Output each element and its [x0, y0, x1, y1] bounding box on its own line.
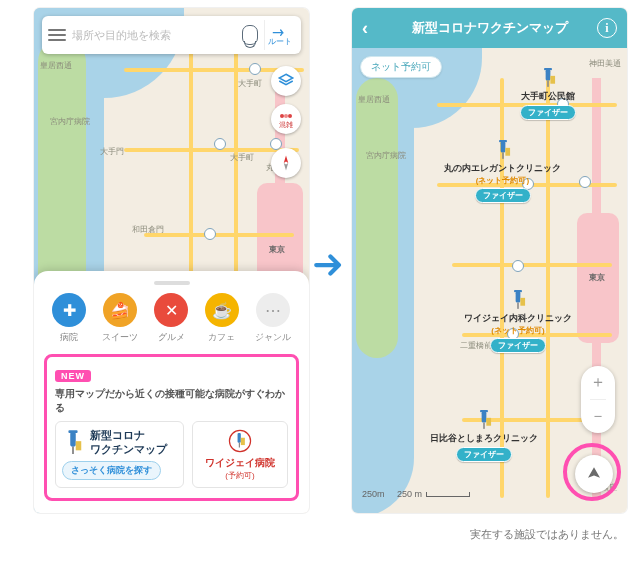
svg-point-0 [280, 114, 284, 118]
back-icon[interactable]: ‹ [362, 18, 368, 39]
sample-hospital-card[interactable]: ワイジェイ病院 (予約可) [192, 421, 288, 488]
transition-arrow-icon [312, 248, 346, 286]
category-sweets[interactable]: 🍰スイーツ [102, 293, 138, 344]
clinic-pin[interactable]: ワイジェイ内科クリニック (ネット予約可) ファイザー [464, 290, 572, 353]
map-label: 皇居西通 [358, 94, 390, 105]
svg-rect-11 [546, 70, 551, 81]
clinic-badge: ファイザー [475, 188, 531, 203]
filter-chip-net-reserve[interactable]: ネット予約可 [360, 56, 442, 78]
search-placeholder: 場所や目的地を検索 [72, 28, 236, 43]
clinic-name: 日比谷としまろクリニック [430, 432, 538, 445]
svg-rect-17 [502, 153, 504, 159]
disclaimer-text: 実在する施設ではありません。 [470, 527, 624, 542]
map-scale: 250m 250 m [362, 489, 470, 499]
bottom-sheet[interactable]: ✚病院 🍰スイーツ ✕グルメ ☕カフェ ⋯ジャンル NEW 専用マップだから近く… [34, 271, 309, 513]
right-phone: 皇居西通 宮内庁病院 神田美通 東京 二重橋前 銀座 大手町公民館 ファイザー … [352, 8, 627, 513]
clinic-badge: ファイザー [456, 447, 512, 462]
congestion-button[interactable]: 混雑 [271, 104, 301, 134]
layers-button[interactable] [271, 66, 301, 96]
sample-hospital-name: ワイジェイ病院 [205, 456, 275, 470]
promo-tag: NEW [55, 370, 91, 382]
zoom-control: ＋ － [581, 366, 615, 433]
clinic-sub: (ネット予約可) [491, 325, 544, 336]
themed-header: ‹ 新型コロナワクチンマップ i [352, 8, 627, 48]
map-canvas[interactable]: 皇居西通 宮内庁病院 神田美通 東京 二重橋前 銀座 大手町公民館 ファイザー … [352, 8, 627, 513]
svg-rect-9 [239, 443, 240, 448]
clinic-sub: (ネット予約可) [476, 175, 529, 186]
category-row: ✚病院 🍰スイーツ ✕グルメ ☕カフェ ⋯ジャンル [44, 293, 299, 344]
clinic-name: 丸の内エレガントクリニック [444, 162, 561, 175]
vaccine-map-card[interactable]: 新型コロナワクチンマップ さっそく病院を探す [55, 421, 184, 488]
map-label: 神田美通 [589, 58, 621, 69]
route-button[interactable]: ルート [264, 20, 295, 50]
svg-rect-18 [505, 148, 510, 156]
clinic-pin[interactable]: 大手町公民館 ファイザー [520, 68, 576, 120]
category-label: スイーツ [102, 331, 138, 344]
sheet-grabber[interactable] [154, 281, 190, 285]
svg-rect-25 [483, 423, 485, 429]
clinic-name: 大手町公民館 [521, 90, 575, 103]
map-label: 大手町 [230, 152, 254, 163]
svg-rect-16 [499, 140, 507, 142]
svg-rect-23 [482, 412, 487, 423]
svg-point-1 [284, 114, 288, 118]
header-title: 新型コロナワクチンマップ [412, 19, 568, 37]
sample-hospital-sub: (予約可) [225, 470, 254, 481]
svg-rect-8 [238, 433, 241, 443]
svg-rect-14 [550, 76, 555, 84]
svg-rect-20 [514, 290, 522, 292]
mic-icon[interactable] [242, 25, 258, 45]
category-label: グルメ [158, 331, 185, 344]
clinic-badge: ファイザー [520, 105, 576, 120]
find-hospital-button[interactable]: さっそく病院を探す [62, 461, 161, 480]
category-label: ジャンル [255, 331, 291, 344]
svg-rect-13 [547, 81, 549, 87]
svg-rect-15 [500, 142, 505, 153]
map-label: 大手門 [100, 146, 124, 157]
svg-rect-3 [70, 432, 76, 447]
map-label: 皇居西通 [40, 60, 72, 71]
category-label: カフェ [208, 331, 235, 344]
category-gourmet[interactable]: ✕グルメ [154, 293, 188, 344]
menu-icon[interactable] [48, 29, 66, 41]
map-label: 宮内庁病院 [50, 116, 90, 127]
info-icon[interactable]: i [597, 18, 617, 38]
svg-rect-24 [480, 410, 488, 412]
search-bar[interactable]: 場所や目的地を検索 ルート [42, 16, 301, 54]
svg-rect-19 [516, 292, 521, 303]
category-genre[interactable]: ⋯ジャンル [255, 293, 291, 344]
svg-rect-22 [520, 298, 525, 306]
zoom-out-button[interactable]: － [590, 406, 606, 427]
promo-lead: 専用マップだから近くの接種可能な病院がすぐわかる [55, 387, 288, 415]
clinic-pin[interactable]: 丸の内エレガントクリニック (ネット予約可) ファイザー [444, 140, 561, 203]
map-label: 大手町 [238, 78, 262, 89]
svg-rect-12 [544, 68, 552, 70]
svg-rect-26 [486, 418, 491, 426]
category-cafe[interactable]: ☕カフェ [205, 293, 239, 344]
map-label: 和田倉門 [132, 224, 164, 235]
clinic-badge: ファイザー [490, 338, 546, 353]
map-label: 東京 [589, 272, 605, 283]
svg-point-2 [288, 114, 292, 118]
left-phone: 皇居西通 宮内庁病院 大手門 大手町 丸の内 大手町 和田倉門 東京 二重橋前 … [34, 8, 309, 513]
category-hospital[interactable]: ✚病院 [52, 293, 86, 344]
map-label: 東京 [269, 244, 285, 255]
vaccine-promo: NEW 専用マップだから近くの接種可能な病院がすぐわかる 新型コロナワクチンマッ… [44, 354, 299, 501]
route-label: ルート [268, 36, 292, 47]
map-label: 宮内庁病院 [366, 150, 406, 161]
svg-rect-5 [72, 446, 74, 453]
zoom-in-button[interactable]: ＋ [590, 372, 606, 393]
locate-button[interactable] [575, 455, 613, 493]
compass-button[interactable] [271, 148, 301, 178]
svg-rect-10 [241, 438, 245, 445]
svg-rect-21 [517, 303, 519, 309]
svg-rect-6 [76, 441, 82, 450]
clinic-name: ワイジェイ内科クリニック [464, 312, 572, 325]
svg-rect-4 [68, 430, 77, 433]
category-label: 病院 [60, 331, 78, 344]
clinic-pin[interactable]: 日比谷としまろクリニック ファイザー [430, 410, 538, 462]
